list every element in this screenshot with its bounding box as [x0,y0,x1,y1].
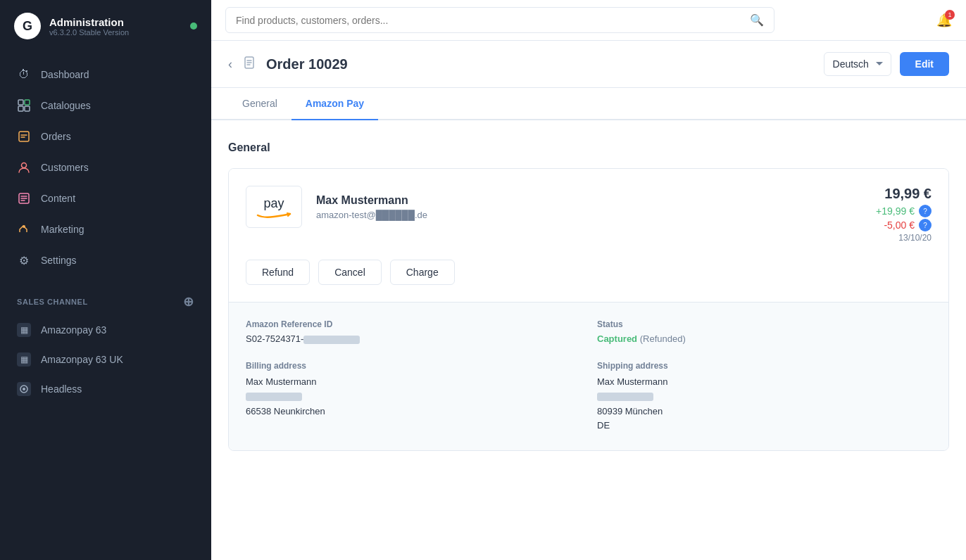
edit-button[interactable]: Edit [900,52,949,76]
notification-badge: 1 [945,10,955,20]
sales-channel-label: Amazonpay 63 [41,324,106,336]
sales-channel-icon: ▦ [17,352,31,367]
notification-button[interactable]: 🔔 1 [936,13,952,28]
language-select[interactable]: Deutsch English [824,52,891,76]
main-content: 🔍 🔔 1 ‹ Order 10029 Deutsch English [211,0,966,560]
search-input[interactable] [236,15,750,26]
sidebar-item-orders[interactable]: Orders [0,121,211,152]
sales-channel-label: Headless [41,383,82,395]
tab-general[interactable]: General [228,88,291,120]
amount-main: 19,99 € [876,186,932,202]
status-refunded: (Refunded) [640,333,686,344]
orders-icon [17,129,31,144]
search-container: 🔍 [225,7,774,33]
payment-amounts: 19,99 € +19,99 € ? -5,00 € ? 13/10/20 [876,186,932,243]
amount-negative-info[interactable]: ? [919,219,932,231]
sales-channel-amazonpay63[interactable]: ▦ Amazonpay 63 [0,315,211,345]
billing-city: 66538 Neunkirchen [246,405,580,419]
sidebar-nav: ⏱ Dashboard Catalogues Orders Customers [0,52,211,283]
document-icon[interactable] [242,56,256,73]
payment-card-top: pay Max Mustermann amazon-test@██████.de [229,169,948,260]
sales-channel-label: Amazonpay 63 UK [41,354,123,365]
customer-email: amazon-test@██████.de [316,210,427,220]
status-label: Status [597,319,932,329]
shipping-city: 80939 München [597,405,932,419]
sidebar: G Administration v6.3.2.0 Stable Version… [0,0,211,560]
amount-negative: -5,00 € ? [876,219,932,231]
app-logo: G [14,13,41,39]
amount-date: 13/10/20 [876,233,932,243]
sidebar-item-settings[interactable]: ⚙ Settings [0,245,211,276]
reference-id-group: Amazon Reference ID S02-7524371- [246,319,580,344]
refund-button[interactable]: Refund [246,260,310,285]
section-title: General [228,141,949,154]
page-content: General pay Max Mus [211,120,966,472]
billing-address-label: Billing address [246,361,580,371]
billing-street [246,390,580,405]
shipping-name[interactable]: Max Mustermann [597,375,932,390]
reference-id-label: Amazon Reference ID [246,319,580,329]
shipping-street [597,390,932,405]
page-title: Order 10029 [266,56,348,72]
details-grid: Amazon Reference ID S02-7524371- Status … [246,319,932,433]
sidebar-item-label: Marketing [41,224,84,235]
tabs: General Amazon Pay [211,88,966,120]
sidebar-item-label: Catalogues [41,100,91,111]
blurred-reference [303,336,360,344]
sidebar-item-label: Content [41,193,75,204]
blurred-shipping-street [597,393,653,401]
svg-point-7 [23,225,25,228]
topbar: 🔍 🔔 1 [211,0,966,41]
sidebar-item-label: Settings [41,255,77,266]
status-value: Captured (Refunded) [597,333,932,344]
sidebar-header: G Administration v6.3.2.0 Stable Version [0,0,211,52]
shipping-address-group: Shipping address Max Mustermann 80939 Mü… [597,361,932,433]
status-indicator [190,23,197,30]
sales-channel-headless[interactable]: Headless [0,374,211,404]
content-area: ‹ Order 10029 Deutsch English Edit Gener… [211,41,966,560]
shipping-country: DE [597,419,932,433]
payment-actions: Refund Cancel Charge [229,260,948,302]
sidebar-item-label: Customers [41,162,89,173]
payment-card: pay Max Mustermann amazon-test@██████.de [228,168,949,451]
app-version: v6.3.2.0 Stable Version [49,28,129,37]
sales-channel-section: Sales Channel ⊕ [0,283,211,315]
search-icon[interactable]: 🔍 [750,13,764,27]
svg-point-9 [23,388,25,390]
billing-name[interactable]: Max Mustermann [246,375,580,390]
sidebar-item-dashboard[interactable]: ⏱ Dashboard [0,59,211,90]
dashboard-icon: ⏱ [17,68,31,82]
catalogues-icon [17,98,31,113]
page-header-left: ‹ Order 10029 [228,56,348,73]
app-title: Administration [49,16,129,28]
add-sales-channel-button[interactable]: ⊕ [183,294,194,310]
amazon-pay-logo: pay [246,186,302,228]
shipping-address-label: Shipping address [597,361,932,371]
reference-id-value: S02-7524371- [246,333,580,344]
amount-positive-info[interactable]: ? [919,205,932,217]
svg-rect-1 [25,100,30,105]
cancel-button[interactable]: Cancel [318,260,382,285]
svg-rect-2 [18,106,23,111]
tab-amazon-pay[interactable]: Amazon Pay [291,88,378,120]
svg-rect-3 [25,106,30,111]
sidebar-item-content[interactable]: Content [0,183,211,214]
sidebar-item-marketing[interactable]: Marketing [0,214,211,245]
sales-channel-icon: ▦ [17,323,31,337]
sales-channel-amazonpay63uk[interactable]: ▦ Amazonpay 63 UK [0,345,211,374]
sidebar-item-label: Orders [41,131,71,142]
customer-name: Max Mustermann [316,194,427,207]
charge-button[interactable]: Charge [390,260,455,285]
svg-point-5 [22,163,27,168]
sidebar-item-customers[interactable]: Customers [0,152,211,183]
back-button[interactable]: ‹ [228,57,232,72]
sidebar-item-catalogues[interactable]: Catalogues [0,90,211,121]
page-header-right: Deutsch English Edit [824,52,949,76]
settings-icon: ⚙ [17,253,31,267]
topbar-actions: 🔔 1 [936,13,952,28]
sales-channel-icon [17,382,31,396]
status-group: Status Captured (Refunded) [597,319,932,344]
svg-rect-4 [19,132,29,141]
billing-address-group: Billing address Max Mustermann 66538 Neu… [246,361,580,433]
sidebar-item-label: Dashboard [41,69,89,80]
